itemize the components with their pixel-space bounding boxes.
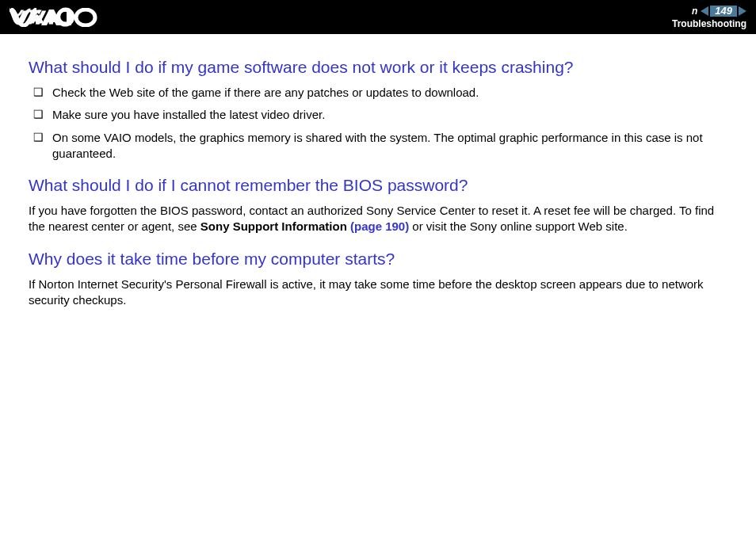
page-link-190[interactable]: (page 190) <box>350 219 409 233</box>
list-item: On some VAIO models, the graphics memory… <box>33 130 727 162</box>
page-number: 149 <box>710 6 737 17</box>
page-header: n 149 Troubleshooting <box>0 0 756 34</box>
list-item: Make sure you have installed the latest … <box>33 107 727 123</box>
heading-game-software: What should I do if my game software doe… <box>29 58 727 77</box>
section-label: Troubleshooting <box>672 18 746 29</box>
header-right: n 149 Troubleshooting <box>672 6 746 29</box>
para-text: or visit the Sony online support Web sit… <box>409 219 628 233</box>
heading-bios-password: What should I do if I cannot remember th… <box>29 176 727 195</box>
svg-point-6 <box>76 10 95 25</box>
n-label: n <box>692 6 697 17</box>
heading-computer-start: Why does it take time before my computer… <box>29 250 727 269</box>
svg-rect-5 <box>67 10 71 25</box>
bullet-list-game: Check the Web site of the game if there … <box>33 85 727 162</box>
next-page-arrow-icon[interactable] <box>739 6 746 16</box>
bold-sony-support: Sony Support Information <box>200 219 350 233</box>
para-norton: If Norton Internet Security's Personal F… <box>29 277 727 309</box>
page-content: What should I do if my game software doe… <box>0 34 756 330</box>
prev-page-arrow-icon[interactable] <box>701 6 708 16</box>
page-nav: n 149 <box>692 6 746 17</box>
para-bios: If you have forgotten the BIOS password,… <box>29 203 727 235</box>
vaio-text-logo <box>11 8 98 32</box>
list-item: Check the Web site of the game if there … <box>33 85 727 101</box>
